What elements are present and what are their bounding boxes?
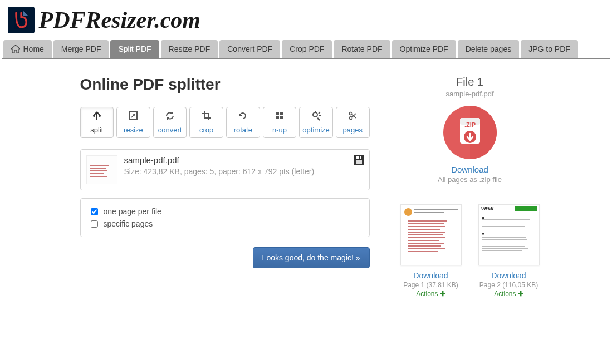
sidebar-file-name: sample-pdf.pdf (392, 90, 548, 98)
nav-label: Convert PDF (227, 45, 272, 53)
svg-rect-4 (280, 112, 283, 115)
nav-label: Crop PDF (290, 45, 324, 53)
page-meta: Page 2 (116,05 KB) (476, 281, 542, 289)
nav-optimize-pdf[interactable]: Optimize PDF (392, 40, 456, 58)
tool-tab-label: n-up (272, 126, 287, 134)
save-icon (354, 155, 364, 165)
svg-rect-3 (276, 112, 279, 115)
zip-download-section: .ZIP Download All pages as .zip file (392, 106, 548, 193)
page-download-link[interactable]: Download (398, 271, 464, 280)
nav-jpg-to-pdf[interactable]: JPG to PDF (521, 40, 578, 58)
header: PDFResizer.com (2, 0, 610, 40)
checkbox-specific-pages[interactable] (91, 220, 98, 228)
page-actions-link[interactable]: Actions ✚ (476, 290, 542, 298)
page-item-2: VRML ■ ■ (476, 204, 542, 298)
page-download-link[interactable]: Download (476, 271, 542, 280)
option-specific-pages[interactable]: specific pages (91, 218, 359, 230)
file-card: sample-pdf.pdf Size: 423,82 KB, pages: 5… (80, 149, 370, 190)
optimize-icon (311, 111, 321, 124)
tool-tab-label: pages (342, 126, 362, 134)
nav-crop-pdf[interactable]: Crop PDF (282, 40, 332, 58)
logo-icon (8, 7, 35, 33)
site-name: PDFResizer.com (39, 7, 201, 33)
tool-tab-label: resize (124, 126, 143, 134)
plus-icon: ✚ (440, 290, 445, 298)
file-name: sample-pdf.pdf (124, 155, 347, 165)
resize-icon (128, 111, 138, 124)
tool-tab-resize[interactable]: resize (116, 107, 150, 138)
logo[interactable]: PDFResizer.com (8, 7, 605, 33)
nav-convert-pdf[interactable]: Convert PDF (219, 40, 280, 58)
tool-tab-crop[interactable]: crop (189, 107, 223, 138)
tool-tab-label: rotate (234, 126, 252, 134)
nav-split-pdf[interactable]: Split PDF (110, 40, 159, 58)
tool-tab-label: split (90, 126, 103, 134)
page-actions-label: Actions (494, 290, 516, 298)
svg-text:.ZIP: .ZIP (464, 121, 475, 128)
tool-tab-label: convert (158, 126, 182, 134)
tool-tab-label: optimize (302, 126, 329, 134)
zip-icon[interactable]: .ZIP (443, 106, 497, 159)
nav-label: Merge PDF (61, 45, 101, 53)
page-thumbnail[interactable] (400, 204, 462, 265)
sidebar-file-title: File 1 (392, 76, 548, 88)
plus-icon: ✚ (518, 290, 523, 298)
nav-rotate-pdf[interactable]: Rotate PDF (334, 40, 390, 58)
main-nav: Home Merge PDF Split PDF Resize PDF Conv… (2, 40, 610, 59)
page-actions-link[interactable]: Actions ✚ (398, 290, 464, 298)
save-button[interactable] (354, 155, 364, 167)
option-label: one page per file (104, 207, 161, 216)
zip-download-link[interactable]: Download (392, 165, 548, 174)
nav-home[interactable]: Home (3, 40, 52, 58)
option-one-page-per-file[interactable]: one page per file (91, 205, 359, 218)
home-icon (11, 45, 20, 53)
nav-label: Optimize PDF (400, 45, 448, 53)
page-grid: Download Page 1 (37,81 KB) Actions ✚ VRM… (392, 204, 548, 298)
svg-rect-5 (276, 116, 279, 119)
tool-tabs: split resize convert (80, 107, 370, 138)
page-meta: Page 1 (37,81 KB) (398, 281, 464, 289)
pages-icon (347, 111, 358, 124)
tool-tab-convert[interactable]: convert (153, 107, 187, 138)
split-options: one page per file specific pages (80, 198, 370, 237)
nav-label: Resize PDF (169, 45, 210, 53)
nav-delete-pages[interactable]: Delete pages (458, 40, 520, 58)
zip-download-sub: All pages as .zip file (392, 175, 548, 184)
convert-icon (165, 111, 175, 124)
svg-rect-13 (356, 160, 362, 164)
page-title: Online PDF splitter (80, 76, 370, 94)
tool-tab-rotate[interactable]: rotate (226, 107, 260, 138)
tool-tab-pages[interactable]: pages (336, 107, 370, 138)
split-icon (92, 111, 102, 124)
file-thumbnail (86, 155, 117, 184)
nav-merge-pdf[interactable]: Merge PDF (53, 40, 109, 58)
nav-label: Split PDF (118, 45, 151, 53)
rotate-icon (238, 111, 248, 124)
tool-tab-nup[interactable]: n-up (263, 107, 297, 138)
file-meta: Size: 423,82 KB, pages: 5, paper: 612 x … (124, 167, 347, 176)
tool-tab-optimize[interactable]: optimize (299, 107, 333, 138)
nav-label: Rotate PDF (341, 45, 382, 53)
nav-label: Delete pages (466, 45, 512, 53)
option-label: specific pages (104, 219, 153, 228)
nav-label: JPG to PDF (528, 45, 570, 53)
svg-point-7 (313, 112, 317, 117)
page-actions-label: Actions (416, 290, 438, 298)
tool-tab-label: crop (199, 126, 213, 134)
page-thumbnail[interactable]: VRML ■ ■ (478, 204, 540, 265)
svg-point-1 (99, 115, 101, 117)
nav-resize-pdf[interactable]: Resize PDF (161, 40, 218, 58)
svg-rect-6 (280, 116, 283, 119)
checkbox-one-page[interactable] (91, 208, 98, 215)
nav-label: Home (23, 45, 44, 53)
crop-icon (202, 111, 212, 124)
svg-point-0 (93, 115, 95, 117)
nup-icon (275, 111, 285, 124)
do-magic-button[interactable]: Looks good, do the magic! » (253, 247, 370, 268)
page-item-1: Download Page 1 (37,81 KB) Actions ✚ (398, 204, 464, 298)
svg-rect-12 (359, 156, 360, 159)
tool-tab-split[interactable]: split (80, 107, 114, 138)
